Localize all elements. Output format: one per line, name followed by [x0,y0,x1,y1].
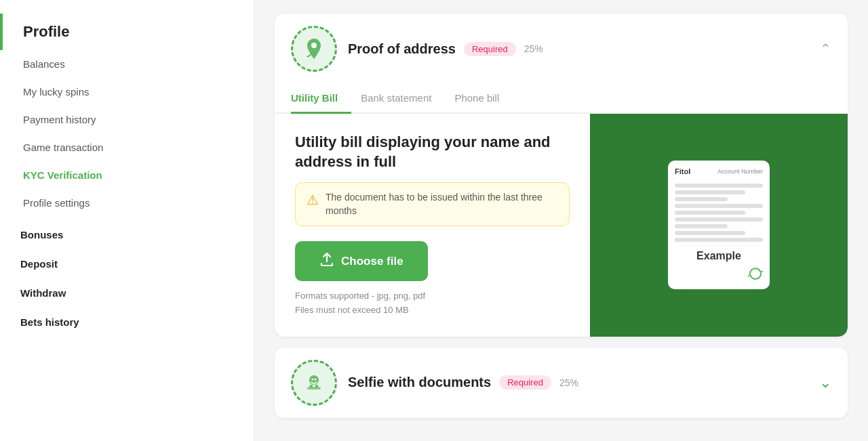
proof-of-address-title-area: Proof of address Required 25% [348,41,809,57]
sidebar-item-kyc-verification[interactable]: KYC Verification [0,161,254,189]
sidebar-item-game-transaction[interactable]: Game transaction [0,133,254,161]
selfie-icon [291,360,337,406]
selfie-title: Selfie with documents [348,375,491,390]
file-formats-text: Formats supported - jpg, png, pdf Files … [295,289,570,318]
sidebar-item-profile-settings[interactable]: Profile settings [0,189,254,217]
svg-point-3 [315,378,317,380]
example-document: FitoI Account Number Example [668,161,770,289]
selfie-header: Selfie with documents Required 25% ⌄ [275,348,848,418]
svg-rect-4 [307,387,321,390]
selfie-percent-badge: 25% [559,377,578,388]
sidebar-section-deposit[interactable]: Deposit [0,246,254,275]
tab-utility-bill[interactable]: Utility Bill [291,84,351,114]
example-panel: FitoI Account Number Example [590,114,848,337]
warning-icon: ⚠ [307,192,319,208]
tab-phone-bill[interactable]: Phone bill [454,84,513,114]
expand-button[interactable]: ⌄ [819,374,831,392]
selfie-required-badge: Required [499,375,551,390]
sidebar-section-withdraw[interactable]: Withdraw [0,275,254,304]
recycle-icon [748,266,763,281]
selfie-title-area: Selfie with documents Required 25% [348,375,808,390]
upload-section: Utility bill displaying your name and ad… [275,114,590,337]
collapse-button[interactable]: ⌃ [820,41,831,57]
sidebar-item-payment-history[interactable]: Payment history [0,106,254,133]
percent-badge: 25% [524,43,543,54]
example-label: Example [675,250,763,262]
svg-rect-5 [310,385,313,387]
map-pin-icon [291,26,337,72]
upload-icon [319,252,334,270]
main-content: Proof of address Required 25% ⌃ Utility … [254,0,868,441]
company-name: FitoI [675,167,690,175]
doc-description: Utility bill displaying your name and ad… [295,133,570,171]
sidebar-item-balances[interactable]: Balances [0,50,254,78]
tab-bank-statement[interactable]: Bank statement [361,84,445,114]
selfie-card: Selfie with documents Required 25% ⌄ [275,348,848,418]
sidebar: Profile Balances My lucky spins Payment … [0,0,254,441]
document-tabs: Utility Bill Bank statement Phone bill [275,84,848,114]
sidebar-section-bonuses[interactable]: Bonuses [0,217,254,246]
proof-of-address-card: Proof of address Required 25% ⌃ Utility … [275,14,848,337]
warning-text: The document has to be issued within the… [326,191,558,217]
svg-rect-6 [315,385,318,387]
svg-point-0 [311,43,317,48]
sidebar-section-bets-history[interactable]: Bets history [0,304,254,333]
choose-file-button[interactable]: Choose file [295,241,428,281]
sidebar-profile-label[interactable]: Profile [0,14,254,50]
utility-bill-body: Utility bill displaying your name and ad… [275,114,848,337]
required-badge: Required [464,42,516,56]
svg-point-2 [312,378,314,380]
proof-of-address-header: Proof of address Required 25% ⌃ [275,14,848,84]
warning-box: ⚠ The document has to be issued within t… [295,182,570,226]
proof-of-address-title: Proof of address [348,41,456,57]
sidebar-item-lucky-spins[interactable]: My lucky spins [0,78,254,106]
